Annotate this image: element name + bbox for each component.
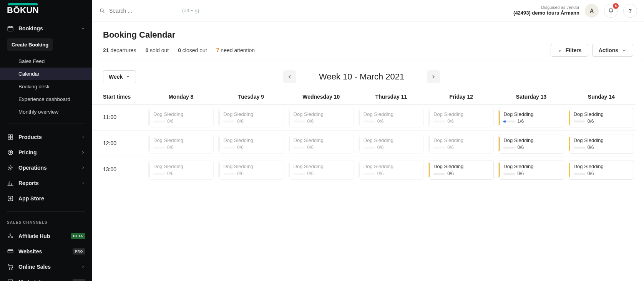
booking-slot[interactable]: Dog Sledding0/6 [359,160,424,180]
slot-accent-bar [569,137,570,151]
booking-slot[interactable]: Dog Sledding0/6 [428,160,494,180]
avatar[interactable]: Á [585,4,599,18]
sidebar-item-marketplace[interactable]: MarketplacePRO [0,274,92,281]
capacity-label: 0/6 [588,119,594,124]
sidebar-item-sales-feed[interactable]: Sales Feed [0,55,92,68]
capacity-label: 0/6 [517,171,524,176]
marketplace-icon [7,279,14,281]
products-icon [7,134,14,140]
notifications-button[interactable]: 5 [604,4,618,18]
sidebar-item-experience-dashboard[interactable]: Experience dashboard [0,93,92,106]
capacity-progress [433,121,445,122]
badge-beta: BETA [71,233,85,239]
sidebar-item-app-store[interactable]: App Store [0,191,92,206]
search-input[interactable] [109,8,178,14]
svg-point-13 [12,269,12,269]
time-cell: 11:00 [92,104,146,131]
prev-week-button[interactable] [283,70,296,83]
stat-attention: 7 need attention [216,47,255,53]
capacity-progress [503,147,515,149]
sidebar-item-affiliate-hub[interactable]: Affiliate HubBETA [0,228,92,244]
slot-accent-bar [219,163,220,177]
booking-slot[interactable]: Dog Sledding0/6 [218,134,284,154]
booking-slot[interactable]: Dog Sledding0/6 [428,134,494,154]
sidebar-item-reports[interactable]: Reports [0,175,92,191]
chevron-down-icon [621,48,627,53]
booking-slot[interactable]: Dog Sledding1/6 [498,108,564,127]
nav-section-bookings: Bookings Create Booking Sales Feed Calen… [0,19,92,120]
page-title: Booking Calendar [103,30,633,40]
help-button[interactable]: ? [623,4,637,18]
stats-row: 21 departures 0 sold out 0 closed out 7 … [103,44,633,57]
app-logo[interactable]: BŌKUN [0,0,92,19]
booking-slot[interactable]: Dog Sledding0/6 [569,108,634,127]
search-field[interactable]: (alt + g) [99,8,508,14]
nav-item-bookings[interactable]: Bookings [0,21,92,36]
svg-rect-3 [8,137,10,139]
booking-slot[interactable]: Dog Sledding0/6 [569,160,634,180]
booking-slot[interactable]: Dog Sledding0/6 [498,160,564,180]
sidebar-item-products[interactable]: Products [0,129,92,145]
booking-slot[interactable]: Dog Sledding0/6 [218,160,284,180]
slot-accent-bar [499,163,500,177]
calendar-cell: Dog Sledding0/6 [146,157,216,183]
sidebar-item-booking-desk[interactable]: Booking desk [0,80,92,93]
logo-text: BŌKUN [7,5,39,15]
stat-sold-out: 0 sold out [145,47,169,53]
capacity-progress [363,173,375,175]
sidebar-item-websites[interactable]: WebsitesPRO [0,244,92,259]
slot-capacity: 0/6 [433,145,490,150]
slot-title: Dog Sledding [153,164,209,169]
sidebar-item-operations[interactable]: Operations [0,160,92,175]
operations-icon [7,164,14,171]
svg-rect-0 [8,26,13,31]
slot-capacity: 0/6 [294,171,350,176]
chevron-left-icon [287,74,293,80]
sidebar-item-online-sales[interactable]: Online Sales [0,259,92,274]
booking-slot[interactable]: Dog Sledding0/6 [428,108,494,127]
view-selector[interactable]: Week [103,70,136,83]
slot-title: Dog Sledding [294,137,350,143]
create-booking-button[interactable]: Create Booking [7,38,53,51]
capacity-progress [363,147,375,149]
slot-title: Dog Sledding [363,137,420,143]
capacity-label: 0/6 [517,145,524,150]
capacity-label: 0/6 [167,145,174,150]
booking-slot[interactable]: Dog Sledding0/6 [359,134,424,154]
week-nav: Week 10 - March 2021 [283,70,440,83]
websites-icon [7,248,14,255]
calendar-grid-wrap[interactable]: Start timesMonday 8Tuesday 9Wednesday 10… [92,89,644,281]
booking-slot[interactable]: Dog Sledding0/6 [289,108,354,127]
sidebar-item-calendar[interactable]: Calendar [0,68,92,80]
actions-button[interactable]: Actions [592,44,633,57]
filters-button[interactable]: Filters [551,44,588,57]
col-header-tuesday-9: Tuesday 9 [216,89,286,104]
sidebar-item-pricing[interactable]: Pricing [0,145,92,160]
slot-capacity: 0/6 [223,119,279,124]
booking-slot[interactable]: Dog Sledding0/6 [148,134,214,154]
booking-slot[interactable]: Dog Sledding0/6 [148,108,214,127]
actions-label: Actions [599,47,618,53]
slot-title: Dog Sledding [574,164,630,169]
calendar-icon [7,25,14,32]
booking-slot[interactable]: Dog Sledding0/6 [498,134,564,154]
next-week-button[interactable] [427,70,440,83]
capacity-label: 0/6 [307,119,314,124]
slot-accent-bar [499,111,500,125]
slot-accent-bar [149,163,150,177]
sidebar-item-monthly-overview[interactable]: Monthly overview [0,106,92,118]
sidebar-item-label: Websites [18,248,42,255]
slot-capacity: 0/6 [153,145,209,150]
booking-slot[interactable]: Dog Sledding0/6 [289,134,354,154]
booking-slot[interactable]: Dog Sledding0/6 [218,108,284,127]
stat-departures-label: departures [109,47,136,53]
booking-slot[interactable]: Dog Sledding0/6 [148,160,214,180]
calendar-cell: Dog Sledding0/6 [566,104,636,131]
capacity-progress [363,121,375,122]
booking-slot[interactable]: Dog Sledding0/6 [289,160,354,180]
booking-slot[interactable]: Dog Sledding0/6 [569,134,634,154]
pricing-icon [7,149,14,156]
booking-slot[interactable]: Dog Sledding0/6 [359,108,424,127]
chevron-right-icon [81,264,85,269]
col-header-saturday-13: Saturday 13 [496,89,566,104]
